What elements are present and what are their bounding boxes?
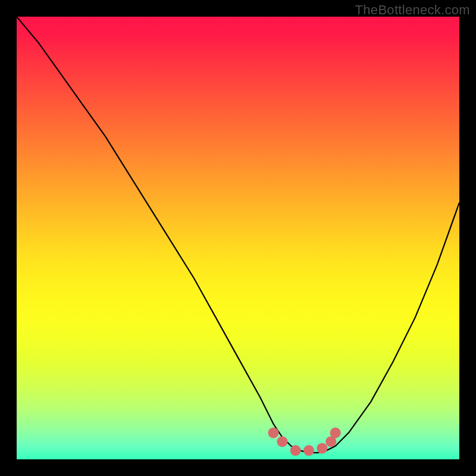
curve-marker [330, 427, 341, 438]
curve-marker [290, 445, 301, 456]
plot-area [17, 17, 459, 459]
curve-marker [303, 445, 314, 456]
curve-marker [317, 443, 327, 453]
watermark-text: TheBottleneck.com [355, 2, 470, 18]
bottleneck-curve [17, 17, 459, 453]
chart-frame: TheBottleneck.com [0, 0, 476, 476]
chart-svg [17, 17, 459, 459]
curve-marker [268, 427, 279, 438]
curve-marker [277, 436, 287, 447]
curve-group [17, 17, 459, 453]
